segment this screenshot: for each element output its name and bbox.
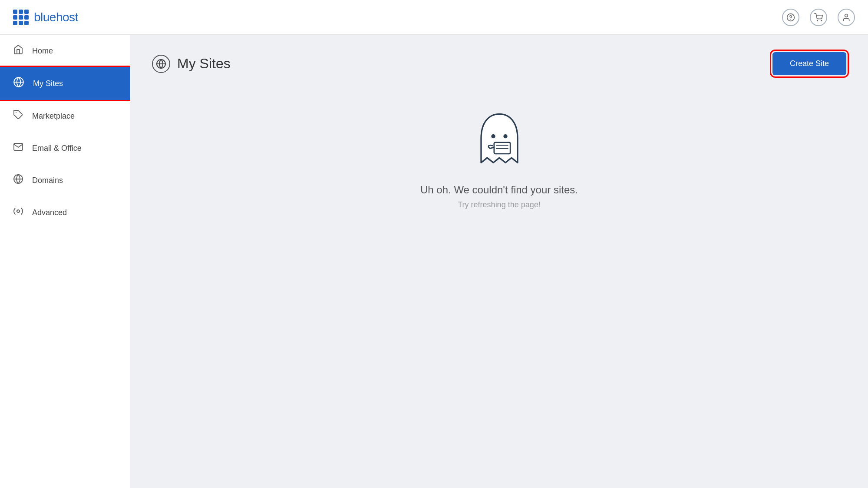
sidebar-item-home-label: Home [32,46,53,56]
sidebar-item-email-office-label: Email & Office [32,144,82,153]
help-icon [786,13,795,22]
main-layout: Home My Sites Marketplace [0,35,868,488]
domains-icon [13,174,23,187]
sidebar-item-advanced-label: Advanced [32,208,67,217]
sidebar-item-marketplace[interactable]: Marketplace [0,100,130,132]
empty-state: Uh oh. We couldn't find your sites. Try … [152,110,846,209]
sidebar-item-advanced[interactable]: Advanced [0,196,130,229]
svg-point-2 [817,20,818,21]
svg-point-4 [845,14,848,17]
header-icons [782,9,855,26]
marketplace-icon [13,110,23,123]
email-icon [13,142,23,155]
svg-point-3 [821,20,822,21]
empty-state-title: Uh oh. We couldn't find your sites. [420,184,578,196]
svg-point-11 [491,134,495,138]
sidebar-item-home[interactable]: Home [0,35,130,67]
wordpress-icon [13,76,24,90]
sidebar-item-my-sites[interactable]: My Sites [0,67,130,100]
svg-point-12 [503,134,507,138]
sidebar-item-marketplace-label: Marketplace [32,112,75,121]
sidebar-item-email-office[interactable]: Email & Office [0,132,130,164]
logo-text: bluehost [34,10,78,24]
advanced-icon [13,206,23,219]
empty-state-subtitle: Try refreshing the page! [458,200,540,209]
sidebar: Home My Sites Marketplace [0,35,130,488]
wordpress-circle-icon [152,55,170,73]
sidebar-item-domains-label: Domains [32,176,63,185]
cart-icon [814,13,823,22]
home-icon [13,44,23,57]
user-button[interactable] [838,9,855,26]
user-icon [842,13,851,22]
ghost-illustration [471,110,528,171]
page-header: My Sites Create Site [152,52,846,75]
help-button[interactable] [782,9,799,26]
logo-grid-icon [13,10,29,25]
main-content: My Sites Create Site Uh oh. We c [130,35,868,488]
page-title: My Sites [177,56,231,72]
sidebar-item-domains[interactable]: Domains [0,164,130,196]
logo-area: bluehost [13,10,78,25]
header: bluehost [0,0,868,35]
sidebar-item-my-sites-label: My Sites [33,79,63,88]
create-site-button[interactable]: Create Site [772,52,846,75]
page-title-area: My Sites [152,55,231,73]
cart-button[interactable] [810,9,827,26]
